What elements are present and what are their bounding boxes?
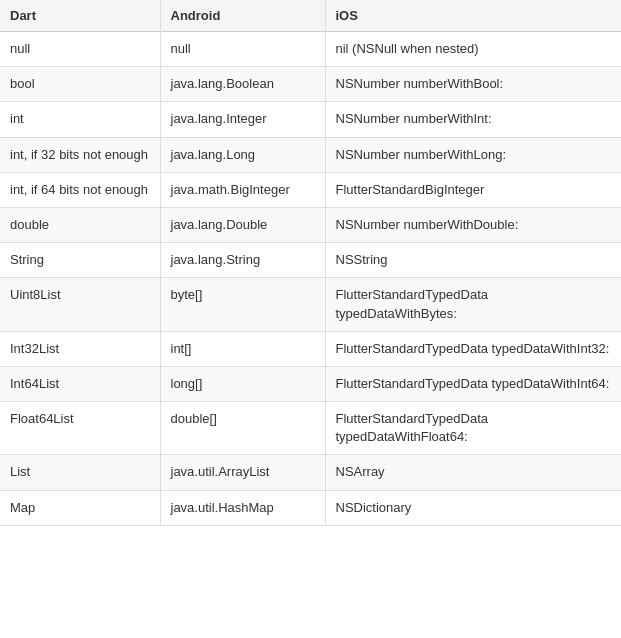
table-row: Uint8Listbyte[]FlutterStandardTypedData … bbox=[0, 278, 621, 331]
table-row: Stringjava.lang.StringNSString bbox=[0, 243, 621, 278]
cell-android: java.util.HashMap bbox=[160, 490, 325, 525]
cell-dart: List bbox=[0, 455, 160, 490]
cell-dart: String bbox=[0, 243, 160, 278]
cell-android: java.math.BigInteger bbox=[160, 172, 325, 207]
table-row: Listjava.util.ArrayListNSArray bbox=[0, 455, 621, 490]
cell-dart: Int32List bbox=[0, 331, 160, 366]
table-row: intjava.lang.IntegerNSNumber numberWithI… bbox=[0, 102, 621, 137]
cell-ios: NSArray bbox=[325, 455, 621, 490]
cell-dart: bool bbox=[0, 67, 160, 102]
table-body: nullnullnil (NSNull when nested)booljava… bbox=[0, 32, 621, 526]
table-row: booljava.lang.BooleanNSNumber numberWith… bbox=[0, 67, 621, 102]
header-row: Dart Android iOS bbox=[0, 0, 621, 32]
cell-dart: Int64List bbox=[0, 366, 160, 401]
table-row: Float64Listdouble[]FlutterStandardTypedD… bbox=[0, 402, 621, 455]
cell-ios: NSString bbox=[325, 243, 621, 278]
cell-android: long[] bbox=[160, 366, 325, 401]
cell-android: double[] bbox=[160, 402, 325, 455]
cell-android: null bbox=[160, 32, 325, 67]
cell-ios: FlutterStandardTypedData typedDataWithFl… bbox=[325, 402, 621, 455]
table-row: nullnullnil (NSNull when nested) bbox=[0, 32, 621, 67]
table-row: int, if 32 bits not enoughjava.lang.Long… bbox=[0, 137, 621, 172]
header-ios: iOS bbox=[325, 0, 621, 32]
table-header: Dart Android iOS bbox=[0, 0, 621, 32]
cell-ios: NSDictionary bbox=[325, 490, 621, 525]
cell-android: byte[] bbox=[160, 278, 325, 331]
type-mapping-table: Dart Android iOS nullnullnil (NSNull whe… bbox=[0, 0, 621, 526]
header-dart: Dart bbox=[0, 0, 160, 32]
cell-ios: NSNumber numberWithInt: bbox=[325, 102, 621, 137]
table-row: doublejava.lang.DoubleNSNumber numberWit… bbox=[0, 207, 621, 242]
cell-dart: double bbox=[0, 207, 160, 242]
cell-dart: Uint8List bbox=[0, 278, 160, 331]
table-row: Mapjava.util.HashMapNSDictionary bbox=[0, 490, 621, 525]
cell-android: java.lang.Double bbox=[160, 207, 325, 242]
cell-dart: int bbox=[0, 102, 160, 137]
cell-dart: int, if 32 bits not enough bbox=[0, 137, 160, 172]
cell-android: int[] bbox=[160, 331, 325, 366]
cell-android: java.lang.Boolean bbox=[160, 67, 325, 102]
cell-ios: FlutterStandardBigInteger bbox=[325, 172, 621, 207]
header-android: Android bbox=[160, 0, 325, 32]
cell-dart: Float64List bbox=[0, 402, 160, 455]
cell-android: java.lang.Integer bbox=[160, 102, 325, 137]
cell-ios: NSNumber numberWithDouble: bbox=[325, 207, 621, 242]
cell-ios: NSNumber numberWithBool: bbox=[325, 67, 621, 102]
cell-ios: NSNumber numberWithLong: bbox=[325, 137, 621, 172]
cell-android: java.lang.Long bbox=[160, 137, 325, 172]
cell-dart: Map bbox=[0, 490, 160, 525]
cell-ios: nil (NSNull when nested) bbox=[325, 32, 621, 67]
cell-ios: FlutterStandardTypedData typedDataWithBy… bbox=[325, 278, 621, 331]
table-row: Int32Listint[]FlutterStandardTypedData t… bbox=[0, 331, 621, 366]
cell-dart: null bbox=[0, 32, 160, 67]
table-row: int, if 64 bits not enoughjava.math.BigI… bbox=[0, 172, 621, 207]
table-row: Int64Listlong[]FlutterStandardTypedData … bbox=[0, 366, 621, 401]
cell-android: java.util.ArrayList bbox=[160, 455, 325, 490]
cell-ios: FlutterStandardTypedData typedDataWithIn… bbox=[325, 366, 621, 401]
cell-dart: int, if 64 bits not enough bbox=[0, 172, 160, 207]
cell-ios: FlutterStandardTypedData typedDataWithIn… bbox=[325, 331, 621, 366]
cell-android: java.lang.String bbox=[160, 243, 325, 278]
